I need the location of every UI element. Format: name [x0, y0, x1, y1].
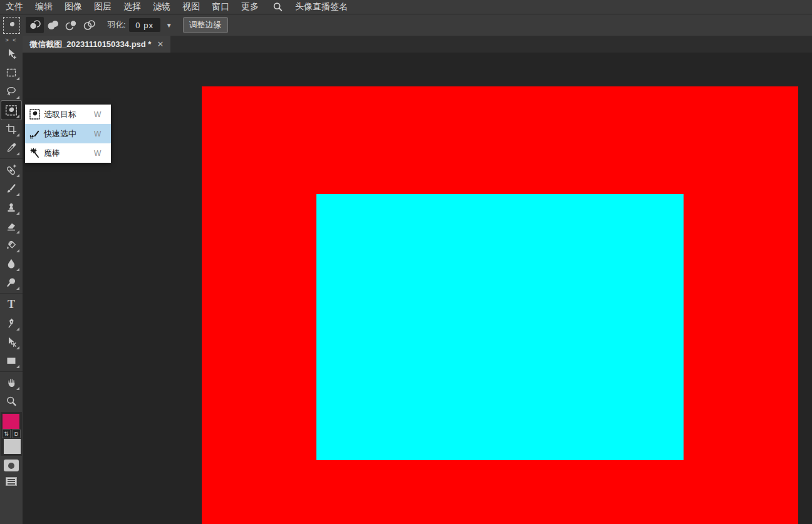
rect-select-icon	[5, 66, 18, 79]
flyout-label: 魔棒	[44, 148, 94, 159]
eraser-icon	[5, 220, 18, 232]
quick-selection-icon[interactable]	[3, 17, 20, 34]
move-icon	[5, 48, 18, 60]
type-icon: T	[8, 299, 15, 310]
eraser-tool[interactable]	[1, 217, 21, 235]
tool-sidebar: > <	[0, 36, 23, 524]
canvas-area[interactable]	[23, 53, 812, 524]
toolbar-separator	[0, 158, 23, 159]
blur-tool[interactable]	[1, 254, 21, 273]
document-tab-title: 微信截图_20231110150334.psd *	[29, 39, 151, 50]
crop-tool[interactable]	[1, 120, 21, 138]
select-subject-icon	[25, 109, 44, 120]
rectangle-tool[interactable]	[1, 351, 21, 370]
menu-edit[interactable]: 编辑	[35, 1, 53, 13]
crop-icon	[5, 123, 18, 135]
zoom-icon	[5, 395, 18, 408]
subtract-from-selection-icon[interactable]	[62, 17, 80, 33]
flyout-label: 选取目标	[44, 109, 94, 120]
foreground-color-swatch[interactable]	[3, 414, 19, 429]
screen-mode-icon[interactable]	[6, 477, 17, 486]
menu-filter[interactable]: 滤镜	[153, 1, 170, 13]
background-color-swatch[interactable]	[4, 439, 21, 454]
rectangle-icon	[5, 354, 18, 367]
paint-bucket-icon	[5, 239, 18, 251]
spot-healing-tool[interactable]	[1, 160, 21, 179]
brush-icon	[5, 182, 18, 195]
clone-stamp-tool[interactable]	[1, 198, 21, 217]
toolbar-separator	[0, 371, 23, 372]
flyout-label: 快速选中	[44, 128, 94, 140]
feather-label: 羽化:	[107, 19, 126, 31]
menu-bar: 文件 编辑 图像 图层 选择 滤镜 视图 窗口 更多 头像直播签名	[0, 0, 812, 14]
flyout-shortcut: W	[94, 110, 111, 119]
add-to-selection-icon[interactable]	[44, 17, 62, 33]
eyedropper-tool[interactable]	[1, 138, 21, 157]
menu-select[interactable]: 选择	[123, 1, 141, 13]
account-text[interactable]: 头像直播签名	[295, 1, 348, 13]
new-selection-icon[interactable]	[26, 17, 44, 33]
lasso-icon	[5, 85, 18, 98]
swap-colors-icon[interactable]: ⇅	[2, 429, 11, 438]
menu-view[interactable]: 视图	[182, 1, 200, 13]
zoom-tool[interactable]	[1, 392, 21, 411]
dodge-icon	[5, 276, 18, 289]
lasso-tool[interactable]	[1, 82, 21, 101]
quick-mask-icon[interactable]	[4, 460, 19, 471]
menubar-divider	[0, 14, 338, 14]
hand-tool[interactable]	[1, 373, 21, 392]
quick-selection-tool[interactable]	[1, 101, 21, 120]
intersect-selection-icon[interactable]	[80, 17, 98, 33]
pen-icon	[5, 317, 18, 329]
feather-input[interactable]: 0 px	[129, 18, 160, 32]
toolbar-collapse-icon[interactable]: > <	[5, 36, 17, 44]
menu-file[interactable]: 文件	[6, 1, 23, 13]
document-tab[interactable]: 微信截图_20231110150334.psd * ✕	[23, 36, 170, 53]
eyedropper-icon	[5, 141, 18, 154]
flyout-shortcut: W	[94, 149, 111, 158]
default-colors-icon[interactable]: D	[12, 429, 21, 438]
menu-layer[interactable]: 图层	[94, 1, 112, 13]
magic-wand-icon	[25, 148, 44, 158]
type-tool[interactable]: T	[1, 295, 21, 314]
hand-icon	[5, 376, 18, 389]
path-select-icon	[5, 336, 18, 348]
flyout-item-quick-selection[interactable]: 快速选中 W	[25, 124, 111, 143]
flyout-item-magic-wand[interactable]: 魔棒 W	[25, 143, 111, 163]
dodge-tool[interactable]	[1, 273, 21, 292]
document-tab-bar: 微信截图_20231110150334.psd * ✕	[23, 36, 812, 53]
search-icon[interactable]	[272, 1, 283, 13]
menu-window[interactable]: 窗口	[212, 1, 229, 13]
move-tool[interactable]	[1, 44, 21, 63]
paint-bucket-tool[interactable]	[1, 235, 21, 254]
tab-close-icon[interactable]: ✕	[157, 40, 164, 48]
flyout-shortcut: W	[94, 130, 111, 138]
toolbar-separator	[0, 293, 23, 294]
flyout-item-select-subject[interactable]: 选取目标 W	[25, 105, 111, 124]
path-select-tool[interactable]	[1, 332, 21, 351]
tool-options-bar: 羽化: 0 px ▼ 调整边缘	[0, 14, 812, 36]
spot-healing-icon	[5, 163, 18, 176]
menu-image[interactable]: 图像	[65, 1, 82, 13]
photo-editor-app: 文件 编辑 图像 图层 选择 滤镜 视图 窗口 更多 头像直播签名 羽化: 0 …	[0, 0, 812, 524]
quick-selection-icon	[25, 128, 44, 139]
inner-rectangle[interactable]	[316, 194, 684, 460]
clone-stamp-icon	[5, 201, 18, 213]
brush-tool[interactable]	[1, 179, 21, 198]
document-canvas[interactable]	[202, 86, 798, 524]
rect-select-tool[interactable]	[1, 63, 21, 82]
color-swatches: ⇅ D	[1, 412, 22, 456]
feather-dropdown-icon[interactable]: ▼	[166, 22, 172, 29]
refine-edge-button[interactable]: 调整边缘	[183, 17, 228, 33]
menu-more[interactable]: 更多	[241, 1, 259, 13]
blur-icon	[5, 257, 18, 270]
quick-mask-dot	[8, 463, 14, 469]
tool-flyout-menu: 选取目标 W 快速选中 W 魔棒 W	[25, 105, 111, 163]
pen-tool[interactable]	[1, 314, 21, 332]
